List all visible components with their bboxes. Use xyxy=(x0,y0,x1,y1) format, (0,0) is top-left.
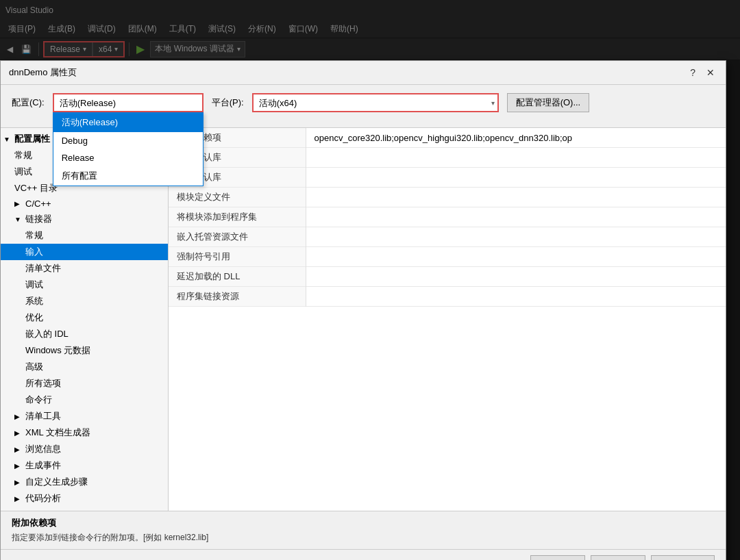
table-row: 强制符号引用 xyxy=(169,247,726,267)
config-manager-btn[interactable]: 配置管理器(O)... xyxy=(507,93,590,112)
prop-value-force-symbol[interactable] xyxy=(306,247,726,267)
platform-dropdown-wrapper: 活动(x64) ▾ xyxy=(252,93,499,112)
table-row: 延迟加载的 DLL xyxy=(169,267,726,287)
tree-item-win-metadata[interactable]: Windows 元数据 xyxy=(1,342,168,359)
ok-button[interactable]: 确定 xyxy=(530,555,585,560)
platform-select[interactable]: 活动(x64) xyxy=(252,93,499,112)
config-row: 配置(C): 活动(Release) Debug Release 所有配置 活动… xyxy=(12,93,715,112)
prop-key-module-def: 模块定义文件 xyxy=(169,188,306,207)
expand-icon-build: ▶ xyxy=(14,462,23,470)
tree-item-system[interactable]: 系统 xyxy=(1,293,168,309)
prop-key-delay-dll: 延迟加载的 DLL xyxy=(169,267,306,287)
prop-key-force-symbol: 强制符号引用 xyxy=(169,247,306,267)
prop-value-add-module[interactable] xyxy=(306,207,726,227)
config-label: 配置(C): xyxy=(12,97,45,109)
table-row: 程序集链接资源 xyxy=(169,287,726,307)
props-table: 附加依赖项 opencv_core320.lib;opencv_highgui3… xyxy=(169,128,726,307)
expand-icon: ▼ xyxy=(3,136,12,143)
tree-item-linker[interactable]: ▼ 链接器 xyxy=(1,211,168,227)
prop-value-ignore-all[interactable] xyxy=(306,148,726,168)
dialog-close-btn[interactable]: ✕ xyxy=(704,67,717,78)
dialog-title-buttons: ? ✕ xyxy=(687,67,717,78)
config-popup-active[interactable]: 活动(Release) xyxy=(53,113,203,132)
table-row: 将模块添加到程序集 xyxy=(169,207,726,227)
config-popup-release[interactable]: Release xyxy=(53,149,203,166)
tree-item-custom-build[interactable]: ▶ 自定义生成步骤 xyxy=(1,474,168,490)
prop-key-assembly-link: 程序集链接资源 xyxy=(169,287,306,307)
prop-value-additional-deps[interactable]: opencv_core320.lib;opencv_highgui320.lib… xyxy=(306,128,726,148)
prop-value-ignore-specific[interactable] xyxy=(306,168,726,188)
config-dropdown-popup: 活动(Release) Debug Release 所有配置 xyxy=(53,112,204,186)
tree-item-all-options[interactable]: 所有选项 xyxy=(1,375,168,392)
dialog-titlebar: dnnDemo 属性页 ? ✕ xyxy=(1,61,726,85)
dialog-overlay: dnnDemo 属性页 ? ✕ 配置(C): 活动(Release) Debug… xyxy=(0,0,740,560)
config-select[interactable]: 活动(Release) Debug Release 所有配置 xyxy=(53,93,204,112)
prop-value-assembly-link[interactable] xyxy=(306,287,726,307)
tree-item-optimize[interactable]: 优化 xyxy=(1,309,168,326)
table-row: 持定默认库 xyxy=(169,168,726,188)
expand-icon-code: ▶ xyxy=(14,495,23,502)
desc-text: 指定要添加到链接命令行的附加项。[例如 kernel32.lib] xyxy=(12,532,715,544)
prop-key-embed-resource: 嵌入托管资源文件 xyxy=(169,227,306,247)
prop-value-delay-dll[interactable] xyxy=(306,267,726,287)
table-row: 模块定义文件 xyxy=(169,188,726,207)
tree-item-browse-info[interactable]: ▶ 浏览信息 xyxy=(1,441,168,457)
expand-icon-manifest: ▶ xyxy=(14,413,23,420)
dialog-title: dnnDemo 属性页 xyxy=(9,66,77,79)
tree-item-advanced[interactable]: 高级 xyxy=(1,359,168,375)
properties-dialog: dnnDemo 属性页 ? ✕ 配置(C): 活动(Release) Debug… xyxy=(0,60,726,560)
cancel-button[interactable]: 取消 xyxy=(591,555,645,560)
dialog-help-btn[interactable]: ? xyxy=(687,67,698,78)
expand-icon-cpp: ▶ xyxy=(14,200,23,207)
expand-icon-xml: ▶ xyxy=(14,429,23,437)
tree-item-embedded-idl[interactable]: 嵌入的 IDL xyxy=(1,326,168,342)
tree-item-build-events[interactable]: ▶ 生成事件 xyxy=(1,457,168,474)
prop-value-module-def[interactable] xyxy=(306,188,726,207)
platform-label: 平台(P): xyxy=(212,97,244,109)
table-row: 所有默认库 xyxy=(169,148,726,168)
prop-value-embed-resource[interactable] xyxy=(306,227,726,247)
apply-button[interactable]: 应用(A) xyxy=(651,555,715,560)
config-dropdown-wrapper: 活动(Release) Debug Release 所有配置 活动(Releas… xyxy=(53,93,204,112)
tree-item-linker-debug[interactable]: 调试 xyxy=(1,277,168,293)
tree-item-linker-general[interactable]: 常规 xyxy=(1,227,168,244)
table-row: 嵌入托管资源文件 xyxy=(169,227,726,247)
dialog-footer: 确定 取消 应用(A) xyxy=(1,549,726,560)
tree-item-code-analysis[interactable]: ▶ 代码分析 xyxy=(1,490,168,507)
expand-icon-browse: ▶ xyxy=(14,446,23,453)
desc-title: 附加依赖项 xyxy=(12,517,715,529)
dialog-description: 附加依赖项 指定要添加到链接命令行的附加项。[例如 kernel32.lib] xyxy=(1,511,726,549)
config-popup-debug[interactable]: Debug xyxy=(53,132,203,149)
table-row: 附加依赖项 opencv_core320.lib;opencv_highgui3… xyxy=(169,128,726,148)
dialog-config-section: 配置(C): 活动(Release) Debug Release 所有配置 活动… xyxy=(1,85,726,127)
tree-item-linker-input[interactable]: 输入 xyxy=(1,244,168,260)
tree-item-manifest[interactable]: 清单文件 xyxy=(1,260,168,277)
expand-icon-linker: ▼ xyxy=(14,216,23,223)
tree-item-xml-doc[interactable]: ▶ XML 文档生成器 xyxy=(1,424,168,441)
tree-item-cpp[interactable]: ▶ C/C++ xyxy=(1,196,168,211)
tree-item-cmdline[interactable]: 命令行 xyxy=(1,392,168,408)
expand-icon-custom: ▶ xyxy=(14,479,23,486)
props-panel: 附加依赖项 opencv_core320.lib;opencv_highgui3… xyxy=(169,128,726,511)
prop-key-add-module: 将模块添加到程序集 xyxy=(169,207,306,227)
tree-item-manifest-tool[interactable]: ▶ 清单工具 xyxy=(1,408,168,424)
config-popup-all[interactable]: 所有配置 xyxy=(53,166,203,186)
